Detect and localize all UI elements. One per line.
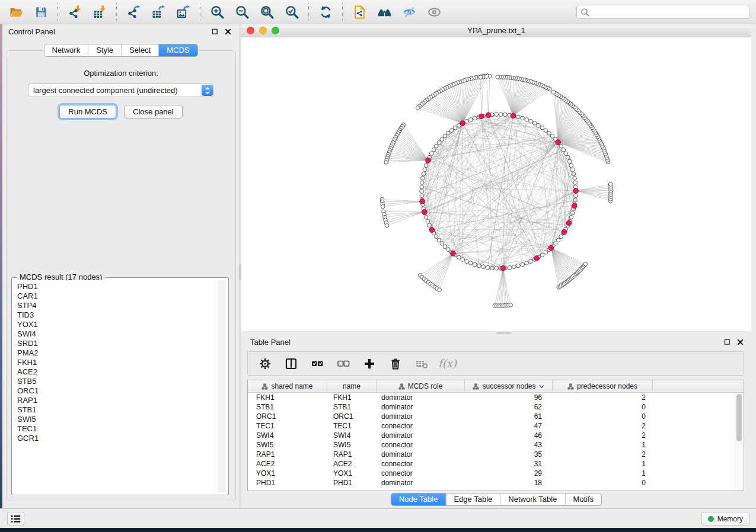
graph-node[interactable] [440, 242, 444, 246]
table-row[interactable]: ACE2ACE2connector311 [248, 459, 735, 469]
graph-hub-node[interactable] [566, 220, 572, 226]
graph-node[interactable] [449, 129, 454, 133]
graph-node[interactable] [508, 265, 512, 270]
graph-node[interactable] [490, 266, 495, 270]
zoom-selected-button[interactable] [279, 2, 304, 22]
graph-node[interactable] [544, 251, 548, 255]
mcds-node-item[interactable]: STB1 [17, 405, 217, 415]
graph-node[interactable] [516, 264, 521, 268]
mcds-node-item[interactable]: YOX1 [17, 320, 217, 329]
column-header-shared-name[interactable]: shared name [248, 380, 327, 392]
graph-node[interactable] [420, 185, 424, 189]
graph-node[interactable] [570, 168, 575, 172]
graph-node[interactable] [381, 204, 385, 209]
graph-node[interactable] [385, 223, 389, 227]
splitter-grabber[interactable] [496, 332, 512, 334]
graph-node[interactable] [537, 123, 541, 127]
mcds-node-item[interactable]: CAR1 [17, 291, 217, 301]
save-session-button[interactable] [28, 2, 53, 22]
graph-hub-node[interactable] [556, 140, 561, 145]
add-row-button[interactable] [359, 355, 379, 373]
graph-node[interactable] [446, 132, 451, 136]
graph-node[interactable] [424, 215, 428, 219]
column-header-predecessor-nodes[interactable]: predecessor nodes [553, 380, 653, 392]
graph-hub-node[interactable] [451, 251, 456, 257]
tab-network[interactable]: Network [44, 44, 88, 56]
graph-hub-node[interactable] [562, 229, 567, 235]
graph-node[interactable] [608, 182, 613, 187]
mcds-node-item[interactable]: ORC1 [17, 386, 217, 396]
graph-node[interactable] [469, 118, 473, 122]
graph-node[interactable] [566, 155, 570, 159]
table-scrollbar[interactable] [735, 393, 744, 491]
column-header-successor-nodes[interactable]: successor nodes [465, 380, 553, 392]
mcds-node-item[interactable]: ACE2 [17, 367, 217, 377]
graph-node[interactable] [420, 190, 424, 194]
mcds-node-item[interactable]: SWI4 [17, 329, 217, 339]
graph-node[interactable] [437, 140, 441, 145]
graph-node[interactable] [453, 126, 457, 130]
graph-node[interactable] [465, 119, 469, 123]
graph-node[interactable] [443, 134, 447, 139]
graph-node[interactable] [551, 91, 556, 95]
import-network-button[interactable] [62, 2, 87, 22]
graph-node[interactable] [424, 164, 428, 168]
graph-node[interactable] [469, 261, 473, 265]
graph-node[interactable] [554, 242, 558, 246]
graph-nodes[interactable] [380, 74, 613, 308]
graph-node[interactable] [569, 164, 573, 168]
gear-button[interactable] [255, 355, 275, 373]
graphics-details-off-button[interactable] [397, 2, 422, 22]
graph-node[interactable] [572, 172, 576, 176]
graph-node[interactable] [421, 177, 425, 181]
graph-node[interactable] [426, 219, 430, 223]
graph-node[interactable] [564, 152, 568, 156]
zoom-out-button[interactable] [229, 2, 254, 22]
graph-node[interactable] [461, 258, 465, 262]
graph-node[interactable] [532, 121, 537, 126]
export-image-button[interactable] [171, 2, 196, 22]
delete-row-button[interactable] [385, 355, 405, 373]
mcds-list-scrollbar[interactable] [218, 280, 226, 492]
run-mcds-button[interactable]: Run MCDS [59, 105, 116, 118]
float-panel-icon[interactable] [723, 338, 731, 346]
graph-node[interactable] [569, 215, 573, 219]
select-all-button[interactable] [307, 355, 327, 373]
split-columns-button[interactable] [281, 355, 301, 373]
graph-hub-node[interactable] [573, 188, 579, 194]
graph-node[interactable] [481, 265, 486, 269]
graph-node[interactable] [465, 259, 469, 264]
graph-node[interactable] [435, 235, 439, 239]
graph-node[interactable] [430, 152, 434, 156]
table-row[interactable]: SWI5SWI5connector431 [248, 440, 735, 450]
close-panel-icon[interactable] [224, 28, 232, 36]
mcds-node-item[interactable]: TEC1 [17, 424, 217, 434]
graph-node[interactable] [437, 238, 441, 242]
table-row[interactable]: FKH1FKH1dominator962 [248, 393, 735, 402]
graph-hub-node[interactable] [500, 266, 506, 271]
criterion-select[interactable]: largest connected component (undirected) [28, 84, 214, 97]
graph-node[interactable] [479, 75, 483, 79]
graph-node[interactable] [446, 248, 451, 252]
graph-node[interactable] [428, 223, 432, 227]
mcds-result-list[interactable]: PHD1CAR1STP4TID3YOX1SWI4SRD1PMA2FKH1ACE2… [14, 280, 217, 492]
maximize-window-icon[interactable] [272, 27, 279, 34]
graph-node[interactable] [484, 75, 489, 79]
network-graph[interactable] [241, 37, 751, 331]
search-input[interactable] [592, 8, 746, 17]
graph-node[interactable] [529, 119, 533, 123]
close-panel-button[interactable]: Close panel [124, 105, 183, 118]
mcds-node-item[interactable]: FKH1 [17, 358, 217, 367]
graph-node[interactable] [457, 255, 461, 259]
minimize-window-icon[interactable] [259, 27, 267, 34]
graph-node[interactable] [529, 259, 533, 264]
close-panel-icon[interactable] [736, 338, 744, 346]
graph-node[interactable] [583, 262, 588, 267]
graph-node[interactable] [525, 118, 529, 122]
mcds-node-item[interactable]: SWI5 [17, 415, 217, 424]
mcds-node-item[interactable]: PMA2 [17, 348, 217, 358]
graph-hub-node[interactable] [486, 113, 492, 118]
graph-node[interactable] [496, 75, 500, 79]
apply-function-button[interactable]: f(x) [438, 355, 457, 373]
zoom-in-button[interactable] [205, 2, 229, 22]
